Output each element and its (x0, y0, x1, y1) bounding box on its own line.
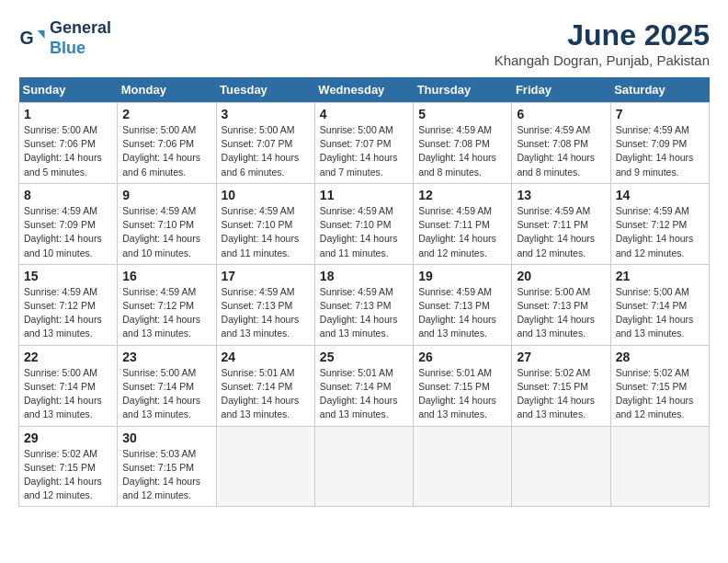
svg-text:G: G (20, 28, 34, 48)
calendar-cell: 10 Sunrise: 4:59 AMSunset: 7:10 PMDaylig… (216, 183, 314, 264)
day-detail: Sunrise: 5:00 AMSunset: 7:07 PMDaylight:… (320, 124, 398, 178)
day-number: 21 (616, 269, 704, 283)
calendar-cell: 24 Sunrise: 5:01 AMSunset: 7:14 PMDaylig… (216, 345, 314, 426)
day-detail: Sunrise: 4:59 AMSunset: 7:12 PMDaylight:… (24, 286, 102, 339)
calendar-week-row: 1 Sunrise: 5:00 AMSunset: 7:06 PMDayligh… (19, 103, 710, 184)
calendar-cell: 25 Sunrise: 5:01 AMSunset: 7:14 PMDaylig… (314, 345, 413, 426)
calendar-cell (512, 426, 610, 507)
day-number: 19 (418, 269, 506, 283)
logo-line1: General (50, 18, 111, 37)
calendar-week-row: 29 Sunrise: 5:02 AMSunset: 7:15 PMDaylig… (19, 426, 710, 507)
day-number: 27 (517, 350, 605, 364)
calendar-cell: 29 Sunrise: 5:02 AMSunset: 7:15 PMDaylig… (19, 426, 118, 507)
day-detail: Sunrise: 4:59 AMSunset: 7:10 PMDaylight:… (320, 205, 398, 259)
day-number: 28 (616, 350, 704, 364)
calendar-cell: 27 Sunrise: 5:02 AMSunset: 7:15 PMDaylig… (512, 345, 610, 426)
calendar-cell: 2 Sunrise: 5:00 AMSunset: 7:06 PMDayligh… (118, 103, 216, 184)
col-monday: Monday (118, 77, 216, 103)
calendar-cell: 23 Sunrise: 5:00 AMSunset: 7:14 PMDaylig… (118, 345, 216, 426)
day-detail: Sunrise: 5:00 AMSunset: 7:07 PMDaylight:… (222, 124, 300, 178)
calendar-cell: 17 Sunrise: 4:59 AMSunset: 7:13 PMDaylig… (216, 264, 314, 345)
day-number: 15 (24, 269, 112, 283)
day-number: 24 (222, 350, 310, 364)
day-number: 9 (122, 188, 210, 202)
calendar-cell (414, 426, 512, 507)
day-number: 8 (24, 188, 112, 202)
day-detail: Sunrise: 5:00 AMSunset: 7:14 PMDaylight:… (616, 286, 694, 339)
location-subtitle: Khangah Dogran, Punjab, Pakistan (495, 52, 710, 68)
day-number: 16 (122, 269, 210, 283)
calendar-cell: 30 Sunrise: 5:03 AMSunset: 7:15 PMDaylig… (118, 426, 216, 507)
day-detail: Sunrise: 5:03 AMSunset: 7:15 PMDaylight:… (122, 448, 200, 501)
calendar-cell: 18 Sunrise: 4:59 AMSunset: 7:13 PMDaylig… (314, 264, 413, 345)
calendar-cell: 5 Sunrise: 4:59 AMSunset: 7:08 PMDayligh… (414, 103, 512, 184)
calendar-table: Sunday Monday Tuesday Wednesday Thursday… (18, 77, 710, 507)
calendar-cell (610, 426, 709, 507)
day-detail: Sunrise: 5:02 AMSunset: 7:15 PMDaylight:… (616, 367, 694, 420)
col-tuesday: Tuesday (216, 77, 314, 103)
day-detail: Sunrise: 4:59 AMSunset: 7:09 PMDaylight:… (24, 205, 102, 259)
day-detail: Sunrise: 4:59 AMSunset: 7:10 PMDaylight:… (122, 205, 200, 259)
calendar-cell (216, 426, 314, 507)
day-detail: Sunrise: 4:59 AMSunset: 7:09 PMDaylight:… (616, 124, 694, 178)
calendar-cell: 6 Sunrise: 4:59 AMSunset: 7:08 PMDayligh… (512, 103, 610, 184)
calendar-cell: 19 Sunrise: 4:59 AMSunset: 7:13 PMDaylig… (414, 264, 512, 345)
svg-marker-1 (38, 30, 45, 39)
day-number: 30 (122, 431, 210, 445)
calendar-cell: 15 Sunrise: 4:59 AMSunset: 7:12 PMDaylig… (19, 264, 118, 345)
calendar-cell: 1 Sunrise: 5:00 AMSunset: 7:06 PMDayligh… (19, 103, 118, 184)
day-detail: Sunrise: 4:59 AMSunset: 7:13 PMDaylight:… (320, 286, 398, 339)
logo: G General Blue (18, 18, 111, 58)
calendar-cell: 28 Sunrise: 5:02 AMSunset: 7:15 PMDaylig… (610, 345, 709, 426)
day-number: 25 (320, 350, 408, 364)
day-number: 17 (222, 269, 310, 283)
day-detail: Sunrise: 5:01 AMSunset: 7:14 PMDaylight:… (222, 367, 300, 420)
calendar-cell: 4 Sunrise: 5:00 AMSunset: 7:07 PMDayligh… (314, 103, 413, 184)
day-detail: Sunrise: 5:01 AMSunset: 7:14 PMDaylight:… (320, 367, 398, 420)
day-number: 29 (24, 431, 112, 445)
day-detail: Sunrise: 4:59 AMSunset: 7:12 PMDaylight:… (616, 205, 694, 259)
calendar-cell: 9 Sunrise: 4:59 AMSunset: 7:10 PMDayligh… (118, 183, 216, 264)
calendar-week-row: 8 Sunrise: 4:59 AMSunset: 7:09 PMDayligh… (19, 183, 710, 264)
day-number: 6 (517, 107, 605, 121)
day-detail: Sunrise: 4:59 AMSunset: 7:08 PMDaylight:… (418, 124, 496, 178)
page-header: G General Blue June 2025 Khangah Dogran,… (18, 18, 710, 68)
day-number: 4 (320, 107, 408, 121)
day-detail: Sunrise: 4:59 AMSunset: 7:10 PMDaylight:… (222, 205, 300, 259)
day-number: 12 (418, 188, 506, 202)
calendar-cell: 12 Sunrise: 4:59 AMSunset: 7:11 PMDaylig… (414, 183, 512, 264)
header-row: Sunday Monday Tuesday Wednesday Thursday… (19, 77, 710, 103)
calendar-cell: 26 Sunrise: 5:01 AMSunset: 7:15 PMDaylig… (414, 345, 512, 426)
calendar-cell: 21 Sunrise: 5:00 AMSunset: 7:14 PMDaylig… (610, 264, 709, 345)
day-number: 5 (418, 107, 506, 121)
logo-line2: Blue (50, 39, 85, 57)
day-number: 13 (517, 188, 605, 202)
month-title: June 2025 (495, 18, 710, 52)
day-detail: Sunrise: 5:02 AMSunset: 7:15 PMDaylight:… (517, 367, 595, 420)
day-detail: Sunrise: 5:00 AMSunset: 7:06 PMDaylight:… (122, 124, 200, 178)
day-number: 10 (222, 188, 310, 202)
title-block: June 2025 Khangah Dogran, Punjab, Pakist… (495, 18, 710, 68)
day-number: 23 (122, 350, 210, 364)
day-number: 22 (24, 350, 112, 364)
col-thursday: Thursday (414, 77, 512, 103)
calendar-cell: 7 Sunrise: 4:59 AMSunset: 7:09 PMDayligh… (610, 103, 709, 184)
day-number: 3 (222, 107, 310, 121)
calendar-cell: 22 Sunrise: 5:00 AMSunset: 7:14 PMDaylig… (19, 345, 118, 426)
day-detail: Sunrise: 5:00 AMSunset: 7:13 PMDaylight:… (517, 286, 595, 339)
day-detail: Sunrise: 4:59 AMSunset: 7:13 PMDaylight:… (222, 286, 300, 339)
logo-icon: G (18, 25, 46, 52)
calendar-cell: 16 Sunrise: 4:59 AMSunset: 7:12 PMDaylig… (118, 264, 216, 345)
calendar-cell: 14 Sunrise: 4:59 AMSunset: 7:12 PMDaylig… (610, 183, 709, 264)
day-number: 7 (616, 107, 704, 121)
col-sunday: Sunday (19, 77, 118, 103)
day-number: 1 (24, 107, 112, 121)
day-detail: Sunrise: 5:01 AMSunset: 7:15 PMDaylight:… (418, 367, 496, 420)
day-number: 18 (320, 269, 408, 283)
calendar-cell: 13 Sunrise: 4:59 AMSunset: 7:11 PMDaylig… (512, 183, 610, 264)
day-number: 26 (418, 350, 506, 364)
col-saturday: Saturday (610, 77, 709, 103)
calendar-cell: 20 Sunrise: 5:00 AMSunset: 7:13 PMDaylig… (512, 264, 610, 345)
day-detail: Sunrise: 4:59 AMSunset: 7:12 PMDaylight:… (122, 286, 200, 339)
calendar-cell: 8 Sunrise: 4:59 AMSunset: 7:09 PMDayligh… (19, 183, 118, 264)
